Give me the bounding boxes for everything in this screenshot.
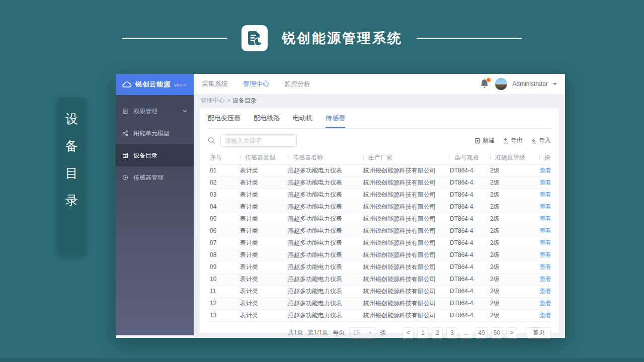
page-button-1[interactable]: 1 <box>417 327 428 338</box>
view-link[interactable]: 查看 <box>539 167 551 174</box>
nav-item-manage[interactable]: 管理中心 <box>243 79 269 88</box>
view-link[interactable]: 查看 <box>539 263 551 270</box>
nav-item-collect[interactable]: 采集系统 <box>202 79 228 88</box>
cell-maker: 杭州锐创能源科技有限公司 <box>361 261 448 273</box>
cell-model: DT864-4 <box>448 249 488 261</box>
sidebar-item-device-catalog[interactable]: 设备目录 <box>116 144 194 166</box>
cell-name: 燕赵多功能电力仪表 <box>286 237 361 249</box>
search-icon <box>208 137 215 144</box>
table-row: 04表计类燕赵多功能电力仪表杭州锐创能源科技有限公司DT864-42级查看删除 <box>208 201 551 213</box>
view-link[interactable]: 查看 <box>539 239 551 246</box>
column-header: 传感器名称 <box>286 151 361 164</box>
breadcrumb-separator: > <box>227 97 230 104</box>
sidebar-item-label: 传感器管理 <box>133 173 164 182</box>
chevron-down-icon <box>183 110 187 113</box>
sidebar: 锐创云能源 V2.0.0 权限管理用能单元模型设备目录传感器管理 <box>116 74 194 335</box>
breadcrumb: 管理中心 > 设备目录 <box>194 94 565 107</box>
tab-motor[interactable]: 电动机 <box>293 114 312 128</box>
cell-name: 燕赵多功能电力仪表 <box>286 249 361 261</box>
view-link[interactable]: 查看 <box>539 288 551 295</box>
cell-no: 11 <box>208 285 238 297</box>
view-link[interactable]: 查看 <box>539 215 551 222</box>
view-link[interactable]: 查看 <box>539 179 551 186</box>
next-page-button[interactable]: > <box>506 327 517 338</box>
sidebar-item-sensor-mgmt[interactable]: 传感器管理 <box>116 166 194 189</box>
sidebar-logo-text: 锐创云能源 <box>135 80 171 89</box>
per-page-select[interactable]: 15 <box>349 327 375 338</box>
view-link[interactable]: 查看 <box>539 300 551 307</box>
sidebar-menu: 权限管理用能单元模型设备目录传感器管理 <box>116 95 194 189</box>
view-link[interactable]: 查看 <box>539 203 551 210</box>
export-button[interactable]: 导出 <box>503 136 523 145</box>
cell-type: 表计类 <box>238 309 286 321</box>
cell-grade: 2级 <box>488 297 537 309</box>
cell-actions: 查看删除 <box>537 225 551 237</box>
tab-sensor[interactable]: 传感器 <box>326 114 345 128</box>
import-button[interactable]: 导入 <box>531 136 551 145</box>
table-row: 03表计类燕赵多功能电力仪表杭州锐创能源科技有限公司DT864-42级查看删除 <box>208 189 551 201</box>
table-row: 12表计类燕赵多功能电力仪表杭州锐创能源科技有限公司DT864-42级查看删除 <box>208 297 551 309</box>
cell-name: 燕赵多功能电力仪表 <box>286 225 361 237</box>
page-button-2[interactable]: 2 <box>432 327 443 338</box>
prev-page-button[interactable]: < <box>403 327 414 338</box>
per-page-label: 每页 <box>333 328 345 337</box>
breadcrumb-parent[interactable]: 管理中心 <box>201 97 225 105</box>
cell-name: 燕赵多功能电力仪表 <box>286 261 361 273</box>
chevron-down-icon[interactable] <box>553 83 557 85</box>
cell-maker: 杭州锐创能源科技有限公司 <box>361 309 448 321</box>
view-link[interactable]: 查看 <box>539 312 551 319</box>
column-header: 准确度等级 <box>488 151 537 164</box>
cell-model: DT864-4 <box>448 297 488 309</box>
cell-type: 表计类 <box>238 213 286 225</box>
cell-grade: 2级 <box>488 213 537 225</box>
page-button-3[interactable]: 3 <box>446 327 457 338</box>
bottom-strip <box>0 358 644 362</box>
tab-transformer[interactable]: 配电变压器 <box>208 114 240 128</box>
create-button[interactable]: 新建 <box>474 136 495 145</box>
view-link[interactable]: 查看 <box>539 276 551 283</box>
import-button-label: 导入 <box>539 136 551 145</box>
page-button-50[interactable]: 50 <box>491 327 503 338</box>
cell-type: 表计类 <box>238 249 286 261</box>
cell-type: 表计类 <box>238 237 286 249</box>
cell-grade: 2级 <box>488 201 537 213</box>
cell-maker: 杭州锐创能源科技有限公司 <box>361 273 448 285</box>
search-input[interactable] <box>220 134 297 147</box>
page-button-49[interactable]: 49 <box>475 327 487 338</box>
top-navbar: 采集系统管理中心监控分析 Administrator <box>194 74 565 94</box>
tab-line[interactable]: 配电线路 <box>254 114 280 128</box>
cell-type: 表计类 <box>238 189 286 201</box>
cell-actions: 查看删除 <box>537 261 551 273</box>
cell-name: 燕赵多功能电力仪表 <box>286 285 361 297</box>
breadcrumb-current: 设备目录 <box>232 97 257 105</box>
column-header-label: 序号 <box>210 154 222 161</box>
cell-actions: 查看删除 <box>537 176 551 189</box>
table-header: 序号传感器类型传感器名称生产厂家型号规格准确度等级操作 <box>208 151 551 164</box>
per-page-value: 15 <box>353 329 359 336</box>
cell-no: 03 <box>208 189 238 201</box>
grid-icon <box>122 152 128 158</box>
view-link[interactable]: 查看 <box>539 227 551 234</box>
column-header: 传感器类型 <box>238 151 286 164</box>
cell-model: DT864-4 <box>448 176 488 189</box>
cell-no: 07 <box>208 237 238 249</box>
cell-name: 燕赵多功能电力仪表 <box>286 297 361 309</box>
cell-model: DT864-4 <box>448 201 488 213</box>
brand-logo-icon <box>242 25 268 51</box>
page-number-group: 123...4950 <box>417 327 503 338</box>
view-link[interactable]: 查看 <box>539 251 551 258</box>
sidebar-item-unit-model[interactable]: 用能单元模型 <box>116 122 194 144</box>
cell-no: 02 <box>208 176 238 189</box>
user-name[interactable]: Administrator <box>512 80 548 87</box>
user-avatar[interactable] <box>495 78 507 90</box>
sidebar-item-label: 权限管理 <box>133 107 157 116</box>
sidebar-item-permission[interactable]: 权限管理 <box>116 100 194 122</box>
cloud-icon <box>122 81 132 88</box>
view-link[interactable]: 查看 <box>539 191 551 198</box>
notification-bell-icon[interactable] <box>480 78 490 89</box>
cell-type: 表计类 <box>238 261 286 273</box>
sidebar-logo: 锐创云能源 V2.0.0 <box>116 74 194 95</box>
first-page-button[interactable]: 首页 <box>527 327 551 338</box>
nav-item-monitor[interactable]: 监控分析 <box>284 79 310 88</box>
cell-name: 燕赵多功能电力仪表 <box>286 176 361 189</box>
